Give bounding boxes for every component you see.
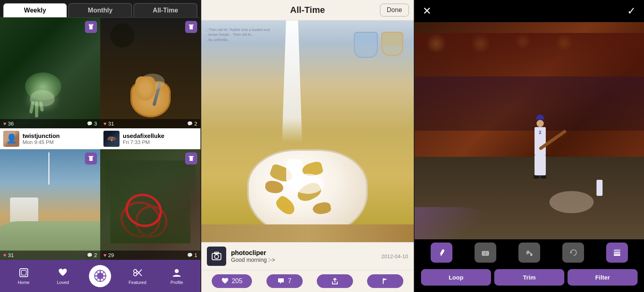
overlay-icon-4 bbox=[185, 152, 197, 165]
photo-username: photocliper bbox=[231, 249, 377, 257]
draw-tool[interactable] bbox=[431, 243, 452, 263]
svg-line-18 bbox=[96, 272, 98, 274]
username-2: usedafixelluke bbox=[123, 132, 164, 139]
user-text-2: usedafixelluke Fri 7:33 PM bbox=[123, 132, 164, 145]
heart-action-icon bbox=[221, 278, 229, 285]
panel2-header: All-Time Done bbox=[201, 0, 414, 21]
photo-col-left: ♥ 36 💬 3 👤 t bbox=[0, 18, 100, 260]
layers-tool[interactable] bbox=[606, 243, 628, 263]
nav-featured-label: Featured bbox=[129, 280, 147, 285]
photo-stats-4: ♥ 29 💬 1 bbox=[100, 251, 200, 260]
pencil-icon bbox=[437, 248, 446, 257]
nav-camera[interactable] bbox=[88, 265, 112, 287]
svg-rect-37 bbox=[614, 252, 620, 254]
layers-icon bbox=[613, 248, 621, 257]
likes-3: ♥ 31 bbox=[3, 252, 14, 258]
tab-monthly[interactable]: Monthly bbox=[68, 3, 132, 17]
photo-stats-2: ♥ 31 💬 2 bbox=[100, 119, 200, 128]
photo-stats-3: ♥ 31 💬 2 bbox=[0, 251, 100, 260]
share-button[interactable] bbox=[317, 274, 353, 288]
eraser-icon bbox=[481, 248, 490, 257]
tab-alltime[interactable]: All-Time bbox=[134, 3, 197, 17]
svg-point-28 bbox=[215, 255, 219, 259]
camera-button[interactable] bbox=[89, 265, 111, 287]
baseball-photo: 2 bbox=[415, 22, 644, 239]
user-info-2: 🦇 usedafixelluke Fri 7:33 PM bbox=[100, 128, 200, 149]
comment-count: 7 bbox=[288, 278, 291, 285]
avatar-2: 🦇 bbox=[103, 131, 120, 147]
like-button[interactable]: 205 bbox=[212, 274, 252, 288]
avatar-1: 👤 bbox=[3, 131, 19, 147]
svg-point-23 bbox=[134, 273, 137, 276]
tabs-bar: Weekly Monthly All-Time bbox=[0, 0, 200, 18]
undo-tool[interactable] bbox=[562, 243, 584, 263]
photo-cell-2[interactable]: ♥ 31 💬 2 bbox=[100, 18, 200, 128]
likes-4: ♥ 29 bbox=[103, 252, 114, 258]
profile-icon bbox=[171, 267, 182, 278]
nav-loved[interactable]: Loved bbox=[49, 267, 77, 285]
photo-date: 2012-04-10 bbox=[382, 253, 409, 259]
photo-grid: ♥ 36 💬 3 👤 t bbox=[0, 18, 200, 260]
flag-button[interactable] bbox=[367, 274, 403, 288]
svg-line-19 bbox=[102, 278, 104, 280]
photo-image-3 bbox=[0, 149, 100, 260]
avatar-image-1: 👤 bbox=[3, 131, 19, 147]
overlay-icon-2 bbox=[185, 21, 197, 33]
svg-rect-10 bbox=[20, 269, 28, 277]
home-icon bbox=[18, 267, 29, 278]
camera-shutter-icon bbox=[94, 269, 107, 282]
nav-loved-label: Loved bbox=[57, 280, 69, 285]
comments-4: 💬 1 bbox=[187, 252, 197, 258]
svg-point-26 bbox=[175, 269, 179, 273]
comments-1: 💬 3 bbox=[87, 121, 97, 127]
scissors-icon bbox=[132, 267, 143, 278]
share-icon bbox=[331, 278, 339, 285]
photo-image-1 bbox=[0, 18, 100, 128]
photo-caption: Good morning :-> bbox=[231, 257, 377, 263]
tab-weekly[interactable]: Weekly bbox=[3, 3, 67, 17]
nav-profile-label: Profile bbox=[171, 280, 183, 285]
trim-button[interactable]: Trim bbox=[494, 269, 564, 286]
undo-icon bbox=[569, 248, 578, 257]
nav-home[interactable]: Home bbox=[10, 267, 38, 285]
photo-cell-3[interactable]: ♥ 31 💬 2 bbox=[0, 149, 100, 260]
photo-user-avatar bbox=[207, 247, 226, 266]
overlay-icon-1 bbox=[85, 21, 97, 33]
svg-rect-11 bbox=[21, 270, 26, 275]
comment-button[interactable]: 7 bbox=[266, 274, 303, 288]
svg-line-21 bbox=[96, 278, 98, 280]
svg-rect-38 bbox=[614, 254, 620, 256]
confirm-button[interactable]: ✓ bbox=[627, 5, 636, 17]
eraser-tool[interactable] bbox=[475, 243, 496, 263]
likes-2: ♥ 31 bbox=[103, 121, 114, 127]
photo-user-details: photocliper Good morning :-> bbox=[231, 249, 377, 263]
done-button[interactable]: Done bbox=[380, 4, 409, 16]
bottom-nav: Home Loved bbox=[0, 260, 200, 292]
svg-line-24 bbox=[136, 270, 142, 276]
panel-editor: ✕ ✓ 2 bbox=[415, 0, 644, 292]
bottom-tools: Loop Trim Filter bbox=[415, 266, 644, 292]
fill-tool[interactable] bbox=[518, 243, 540, 263]
like-count: 205 bbox=[232, 278, 243, 285]
photo-cell-4[interactable]: ♥ 29 💬 1 bbox=[100, 149, 200, 260]
likes-1: ♥ 36 bbox=[3, 121, 14, 127]
baseball-player: 2 bbox=[534, 115, 546, 179]
camera-small-icon bbox=[211, 251, 222, 262]
nav-profile[interactable]: Profile bbox=[163, 267, 191, 285]
nav-featured[interactable]: Featured bbox=[124, 267, 152, 285]
comments-2: 💬 2 bbox=[187, 121, 197, 127]
overlay-icon-3 bbox=[85, 152, 97, 165]
usertime-2: Fri 7:33 PM bbox=[123, 139, 164, 145]
photo-image-2 bbox=[100, 18, 200, 128]
svg-line-20 bbox=[102, 272, 104, 274]
close-button[interactable]: ✕ bbox=[423, 5, 431, 17]
filter-button[interactable]: Filter bbox=[568, 269, 638, 286]
svg-rect-36 bbox=[614, 249, 620, 251]
fill-icon bbox=[525, 248, 534, 257]
comment-action-icon bbox=[277, 278, 285, 285]
action-bar: 205 7 bbox=[201, 270, 414, 292]
photo-stats-1: ♥ 36 💬 3 bbox=[0, 119, 100, 128]
usertime-1: Mon 9:45 PM bbox=[23, 139, 60, 145]
loop-button[interactable]: Loop bbox=[421, 269, 491, 286]
photo-cell-1[interactable]: ♥ 36 💬 3 bbox=[0, 18, 100, 128]
